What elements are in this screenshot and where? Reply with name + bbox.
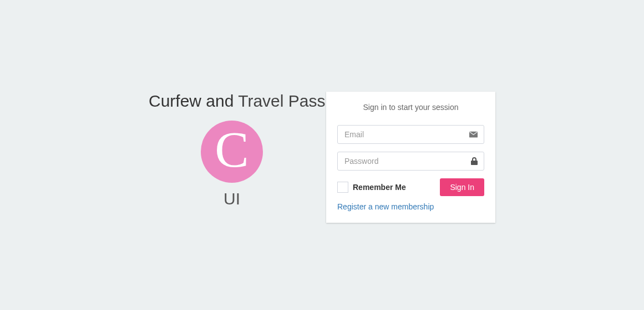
title-bold: Curfew and	[149, 92, 234, 110]
register-link[interactable]: Register a new membership	[337, 202, 434, 211]
password-input[interactable]	[337, 152, 484, 171]
signin-button[interactable]: Sign In	[440, 178, 484, 196]
logo-letter: C	[215, 124, 249, 175]
bottom-row: Remember Me Sign In	[337, 178, 484, 196]
remember-checkbox[interactable]	[337, 182, 348, 193]
password-group	[337, 152, 484, 171]
app-title: Curfew and Travel Pass	[149, 92, 315, 111]
title-light: Travel Pass	[238, 92, 325, 110]
email-group	[337, 125, 484, 144]
email-input[interactable]	[337, 125, 484, 144]
lock-icon	[471, 157, 478, 165]
login-box: Sign in to start your session	[326, 92, 495, 223]
login-message: Sign in to start your session	[337, 103, 484, 114]
envelope-icon	[469, 132, 478, 138]
login-page: Curfew and Travel Pass C UI Sign in to s…	[0, 0, 644, 223]
remember-label: Remember Me	[353, 183, 406, 192]
branding-panel: Curfew and Travel Pass C UI	[149, 92, 315, 208]
remember-group: Remember Me	[337, 182, 406, 193]
subtitle: UI	[149, 189, 315, 208]
logo-circle: C	[201, 121, 263, 183]
